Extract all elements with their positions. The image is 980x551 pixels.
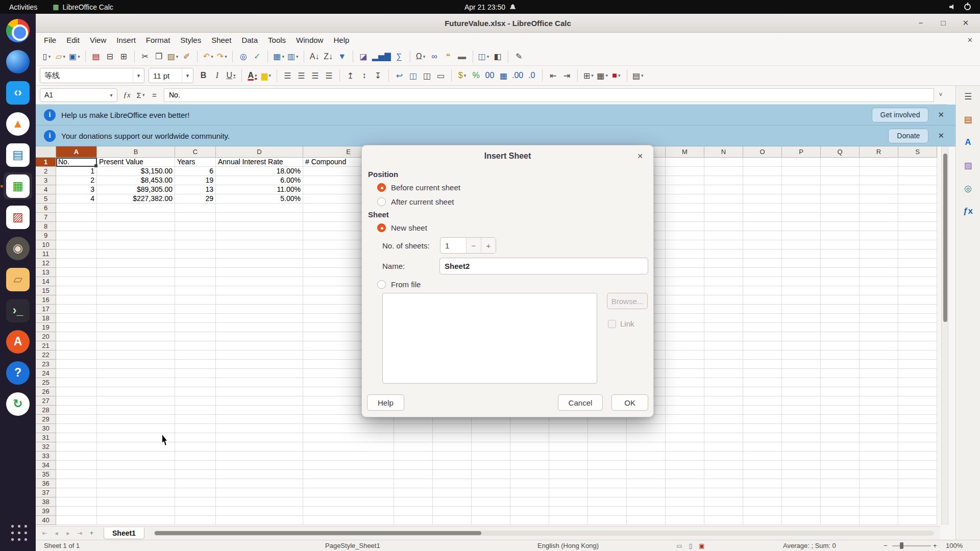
cell-M33[interactable] [666,452,704,461]
cell-N35[interactable] [704,470,743,479]
cell-P13[interactable] [782,268,821,277]
cell-J39[interactable] [549,507,588,516]
browse-button[interactable]: Browse... [607,293,648,309]
cell-M10[interactable] [666,240,704,249]
horizontal-scrollbar[interactable] [154,531,934,536]
cell-H36[interactable] [472,479,510,488]
dock-help[interactable]: ? [4,359,32,386]
cell-P22[interactable] [782,350,821,360]
cell-K37[interactable] [588,488,627,497]
get-involved-button[interactable]: Get involved [872,108,929,122]
cell-B24[interactable] [97,369,175,378]
cell-K32[interactable] [588,442,627,452]
cell-I32[interactable] [510,442,549,452]
cell-M34[interactable] [666,461,704,470]
cell-L36[interactable] [627,479,666,488]
cell-M26[interactable] [666,387,704,396]
cell-P32[interactable] [782,442,821,452]
cell-Q3[interactable] [821,176,860,185]
cell-O5[interactable] [743,194,782,204]
cell-R5[interactable] [860,194,898,204]
cell-A7[interactable] [56,213,97,222]
sidebar-settings-icon[interactable]: ☰ [961,89,976,104]
cell-R33[interactable] [860,452,898,461]
cell-G33[interactable] [433,452,472,461]
cell-F34[interactable] [394,461,433,470]
cell-G30[interactable] [433,424,472,433]
cell-A6[interactable] [56,204,97,213]
cell-D1[interactable]: Annual Interest Rate [216,158,303,167]
cell-A5[interactable]: 4 [56,194,97,204]
cell-D7[interactable] [216,213,303,222]
dock-vscode[interactable]: ‹› [4,79,32,106]
cell-A12[interactable] [56,259,97,268]
cell-N30[interactable] [704,424,743,433]
cell-N6[interactable] [704,204,743,213]
cell-A21[interactable] [56,341,97,350]
cell-N29[interactable] [704,415,743,424]
col-header-S[interactable]: S [898,146,937,158]
spinner-increment-button[interactable]: + [481,238,496,253]
cell-Q15[interactable] [821,286,860,295]
cell-Q28[interactable] [821,406,860,415]
col-header-Q[interactable]: Q [821,146,860,158]
select-function-icon[interactable]: Σ [134,88,148,102]
cell-R25[interactable] [860,378,898,387]
cell-O21[interactable] [743,341,782,350]
cell-N33[interactable] [704,452,743,461]
align-left-icon[interactable]: ☰ [281,68,295,83]
cell-R38[interactable] [860,497,898,507]
zoom-in-icon[interactable]: + [933,540,937,551]
row-header-24[interactable]: 24 [36,369,56,378]
cell-Q29[interactable] [821,415,860,424]
cell-P24[interactable] [782,369,821,378]
cell-M8[interactable] [666,222,704,231]
cell-S40[interactable] [898,516,937,525]
cell-R17[interactable] [860,305,898,314]
cell-E32[interactable] [303,442,394,452]
dock-files[interactable]: ▱ [4,266,32,293]
cell-A27[interactable] [56,396,97,406]
cell-R21[interactable] [860,341,898,350]
row-header-33[interactable]: 33 [36,452,56,461]
cell-C38[interactable] [175,497,216,507]
cell-A25[interactable] [56,378,97,387]
format-percent-icon[interactable]: % [469,68,483,83]
cell-B13[interactable] [97,268,175,277]
cell-N11[interactable] [704,249,743,259]
cell-L33[interactable] [627,452,666,461]
cell-K40[interactable] [588,516,627,525]
cell-Q12[interactable] [821,259,860,268]
cell-B4[interactable]: $89,305.00 [97,185,175,194]
cell-O28[interactable] [743,406,782,415]
cell-H38[interactable] [472,497,510,507]
cell-S30[interactable] [898,424,937,433]
delete-decimal-place-icon[interactable]: .0 [525,68,538,83]
cell-E40[interactable] [303,516,394,525]
cell-D11[interactable] [216,249,303,259]
cell-A10[interactable] [56,240,97,249]
row-header-27[interactable]: 27 [36,396,56,406]
add-decimal-place-icon[interactable]: .00 [510,68,525,83]
cell-O40[interactable] [743,516,782,525]
col-header-R[interactable]: R [860,146,898,158]
cell-A20[interactable] [56,332,97,341]
cell-C15[interactable] [175,286,216,295]
cell-R3[interactable] [860,176,898,185]
cell-N12[interactable] [704,259,743,268]
menu-window[interactable]: Window [291,34,328,46]
cell-B3[interactable]: $8,453.00 [97,176,175,185]
cell-R8[interactable] [860,222,898,231]
cell-D38[interactable] [216,497,303,507]
cell-B8[interactable] [97,222,175,231]
cell-E30[interactable] [303,424,394,433]
cell-D35[interactable] [216,470,303,479]
cell-S6[interactable] [898,204,937,213]
cell-C25[interactable] [175,378,216,387]
cell-D32[interactable] [216,442,303,452]
font-size-combo[interactable]: 11 pt ▾ [149,68,193,83]
cell-B25[interactable] [97,378,175,387]
cell-R14[interactable] [860,277,898,286]
cell-S13[interactable] [898,268,937,277]
cell-B34[interactable] [97,461,175,470]
